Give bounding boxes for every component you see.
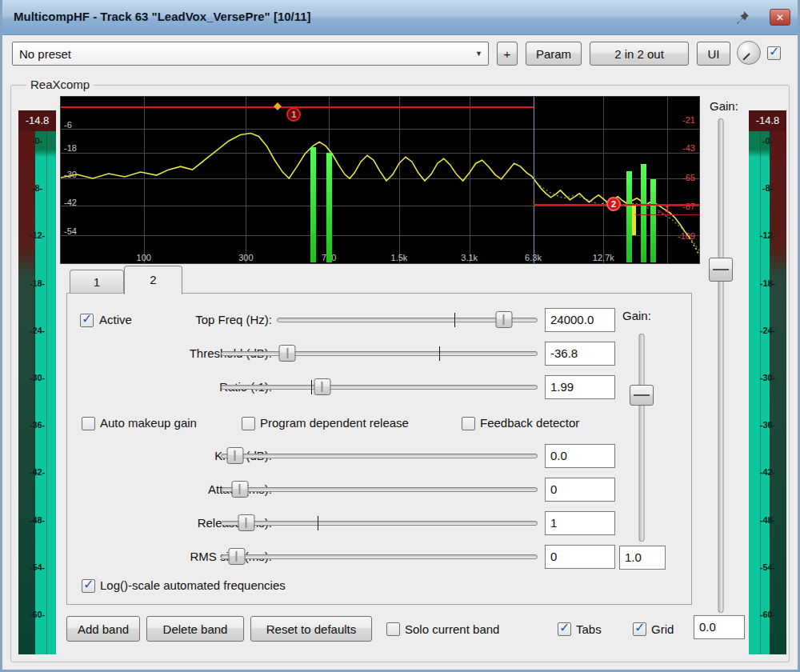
release-slider[interactable] (221, 514, 538, 533)
pin-icon[interactable] (734, 10, 750, 26)
delete-band-button[interactable]: Delete band (146, 616, 244, 642)
meter-scale-label: -0- (18, 136, 56, 146)
attack-slider[interactable] (221, 480, 538, 499)
slider-tick (454, 313, 455, 327)
master-gain-label: Gain: (710, 99, 738, 113)
knob-indicator (743, 53, 750, 60)
tabs-label: Tabs (576, 622, 602, 636)
slider-thumb[interactable] (228, 548, 245, 565)
band-meter-bar (650, 179, 656, 262)
io-routing-button[interactable]: 2 in 2 out (590, 42, 689, 66)
bypass-checkbox[interactable]: ✓ (767, 46, 781, 60)
threshold-slider[interactable] (221, 344, 538, 363)
slider-tick (311, 380, 312, 394)
crossover-line[interactable] (534, 97, 534, 263)
auto-makeup-label: Auto makeup gain (100, 416, 197, 430)
save-preset-button[interactable]: + (497, 42, 518, 66)
solo-band-label: Solo current band (405, 622, 499, 636)
solo-band-checkbox[interactable] (386, 622, 400, 636)
release-value[interactable]: 1 (545, 511, 615, 535)
top-freq-value[interactable]: 24000.0 (545, 308, 615, 332)
wet-dry-knob[interactable] (737, 41, 761, 65)
slider-thumb[interactable] (495, 311, 512, 328)
slider-tick (318, 516, 318, 530)
meter-right-body: -0- -8- -12- -18- -24- -30- -36- -42- -4… (749, 131, 786, 654)
tab-label: 1 (94, 275, 100, 289)
slider-thumb[interactable] (238, 514, 254, 531)
band1-gain-line[interactable] (635, 214, 699, 215)
meter-right-peak: -14.8 (749, 110, 786, 131)
preset-dropdown[interactable]: No preset ▼ (12, 42, 489, 66)
master-gain-value[interactable]: 0.0 (694, 615, 745, 639)
meter-scale-label: -0- (749, 136, 786, 146)
check-icon: ✓ (769, 44, 779, 59)
ratio-value[interactable]: 1.99 (545, 375, 615, 399)
band-gain-value[interactable]: 1.0 (619, 546, 666, 570)
fader-thumb[interactable] (709, 258, 733, 282)
groupbox-label: ReaXcomp (26, 78, 94, 91)
slider-track (221, 454, 538, 458)
band-gain-slider[interactable] (627, 332, 656, 543)
grid-checkbox[interactable]: ✓ (633, 622, 646, 636)
tabs-checkbox[interactable]: ✓ (558, 622, 571, 636)
band-gain-label: Gain: (622, 309, 651, 322)
feedback-detector-checkbox[interactable] (462, 417, 475, 430)
meter-scale-label: -48- (18, 515, 56, 525)
feedback-detector-label: Feedback detector (480, 416, 579, 430)
band-meter-bar (626, 171, 632, 262)
band1-handle[interactable]: 1 (286, 107, 301, 122)
band1-right-handle[interactable]: 1 (665, 205, 670, 214)
dropdown-arrow-icon: ▼ (475, 50, 482, 58)
check-icon: ✓ (634, 620, 645, 635)
slider-track (221, 487, 538, 492)
knee-value[interactable]: 0.0 (545, 444, 615, 468)
meter-scale-label: -30- (749, 373, 786, 382)
threshold-value[interactable]: -36.8 (545, 342, 615, 366)
add-band-button[interactable]: Add band (66, 616, 140, 642)
meter-scale-label: -42- (749, 467, 786, 477)
program-release-checkbox[interactable] (242, 417, 255, 430)
slider-thumb[interactable] (231, 481, 248, 498)
ui-button[interactable]: UI (697, 42, 730, 66)
spectrum-display[interactable]: 1 2 1 -6 -18 -30 -42 -54 100 300 700 1.5… (60, 96, 700, 264)
titlebar[interactable]: MulticompHF - Track 63 "LeadVox_VersePre… (0, 0, 800, 35)
band-panel: ✓ Active Top Freq (Hz): 24000.0 Threshol… (66, 293, 692, 605)
slider-thumb[interactable] (314, 378, 330, 395)
meter-right: -14.8 -0- -8- -12- -18- -24- -30- -36- -… (749, 110, 786, 654)
meter-scale-label: -18- (18, 278, 56, 288)
top-freq-slider[interactable] (277, 310, 538, 330)
meter-scale-label: -24- (749, 326, 786, 335)
param-button[interactable]: Param (526, 42, 582, 66)
ratio-slider[interactable] (221, 378, 538, 397)
meter-scale-label: -24- (18, 326, 56, 335)
preset-value: No preset (19, 47, 71, 61)
attack-value[interactable]: 0 (545, 478, 615, 502)
master-gain-fader[interactable] (706, 117, 735, 614)
close-button[interactable]: ✕ (770, 9, 790, 26)
tab-band-1[interactable]: 1 (70, 270, 124, 294)
slider-thumb[interactable] (226, 447, 243, 464)
check-icon: ✓ (82, 311, 92, 326)
knee-slider[interactable] (221, 446, 538, 466)
slider-track (221, 521, 538, 526)
auto-makeup-checkbox[interactable] (82, 417, 95, 430)
rms-size-slider[interactable] (221, 547, 538, 566)
slider-track (221, 351, 538, 356)
fader-track (718, 118, 724, 613)
band-meter-bar (326, 153, 332, 262)
meter-scale-label: -48- (749, 515, 786, 525)
fader-thumb[interactable] (630, 385, 654, 406)
plugin-window: MulticompHF - Track 63 "LeadVox_VersePre… (0, 0, 800, 672)
meter-scale-label: -60- (749, 610, 786, 619)
reset-defaults-button[interactable]: Reset to defaults (250, 616, 372, 642)
log-scale-checkbox[interactable]: ✓ (82, 579, 95, 593)
check-icon: ✓ (83, 577, 94, 592)
meter-output-strip (35, 131, 56, 654)
band2-handle[interactable]: 2 (606, 197, 621, 211)
slider-thumb[interactable] (279, 345, 296, 362)
tab-band-2[interactable]: 2 (124, 266, 182, 294)
rms-size-value[interactable]: 0 (545, 545, 615, 569)
active-checkbox[interactable]: ✓ (80, 314, 94, 327)
meter-input-strip (18, 131, 35, 654)
meter-scale-label: -60- (18, 610, 56, 619)
